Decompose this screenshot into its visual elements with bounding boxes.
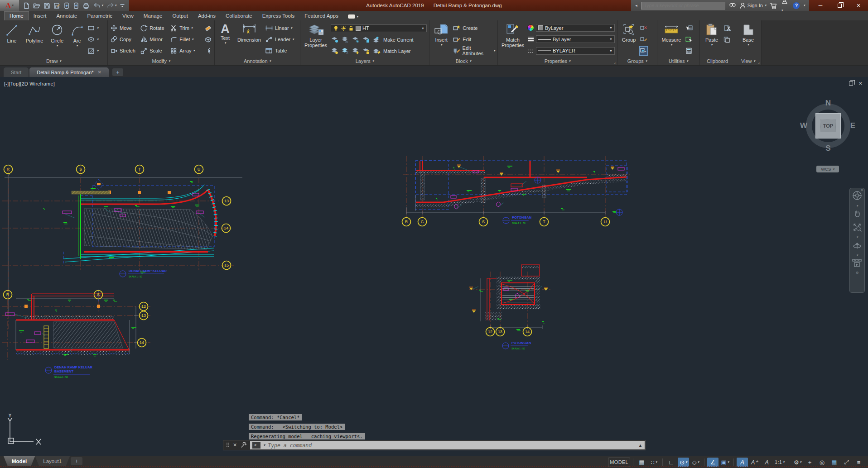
- linetype-combo[interactable]: BYLAYER▼: [536, 47, 615, 55]
- zoom-extents-icon[interactable]: [852, 222, 862, 234]
- create-block-tool[interactable]: Create: [453, 24, 495, 32]
- layer-lock-icon[interactable]: [362, 36, 371, 43]
- copy-tool[interactable]: Copy: [110, 35, 139, 43]
- mirror-tool[interactable]: Mirror: [140, 35, 169, 43]
- search-input[interactable]: [641, 2, 725, 10]
- panel-label-view[interactable]: View▾⌟: [735, 57, 761, 65]
- viewport-minimize-icon[interactable]: ─: [840, 81, 844, 86]
- redo-icon[interactable]: ▾: [106, 2, 117, 9]
- quick-calculator-tool[interactable]: [685, 35, 693, 43]
- ribbon-tab-add-ins[interactable]: Add-ins: [193, 12, 221, 20]
- help-dropdown-icon[interactable]: ▾: [803, 4, 805, 7]
- rectangle-tool[interactable]: ▾: [87, 24, 99, 32]
- navigation-wheel-icon[interactable]: [852, 190, 863, 203]
- plot-icon[interactable]: [82, 2, 90, 9]
- panel-label-properties[interactable]: Properties▾⌟: [498, 57, 617, 65]
- base-view-tool[interactable]: Base▾: [738, 22, 758, 57]
- make-current-icon[interactable]: [372, 36, 381, 43]
- layer-off-icon[interactable]: [331, 36, 339, 43]
- save-as-icon[interactable]: [53, 2, 60, 9]
- command-input[interactable]: >_ ▾ Type a command ▲: [250, 441, 645, 449]
- minimize-button[interactable]: ─: [811, 0, 830, 11]
- panel-label-draw[interactable]: Draw▾: [0, 57, 107, 65]
- viewcube-south[interactable]: S: [825, 144, 830, 153]
- wcs-dropdown[interactable]: WCS▾: [816, 166, 839, 172]
- ellipse-tool[interactable]: ▾: [87, 35, 99, 43]
- ribbon-tab-insert[interactable]: Insert: [29, 12, 52, 20]
- leader-tool[interactable]: Leader▾: [265, 35, 294, 43]
- edit-attributes-tool[interactable]: Edit Attributes▾: [453, 47, 495, 55]
- new-file-icon[interactable]: [23, 2, 30, 9]
- showmotion-icon[interactable]: [852, 258, 863, 269]
- panel-label-clipboard[interactable]: Clipboard: [700, 57, 735, 65]
- array-tool[interactable]: Array▾: [170, 47, 203, 55]
- panel-label-groups[interactable]: Groups▾: [617, 57, 657, 65]
- infocenter-collapse-icon[interactable]: ◂: [635, 3, 637, 8]
- ribbon-tab-manage[interactable]: Manage: [139, 12, 168, 20]
- save-to-mobile-icon[interactable]: [73, 2, 79, 9]
- command-customize-wrench-icon[interactable]: [240, 442, 246, 448]
- object-color-combo[interactable]: ByLayer▼: [536, 24, 615, 32]
- viewcube-east[interactable]: E: [850, 121, 855, 130]
- move-tool[interactable]: Move: [110, 24, 139, 32]
- circle-tool[interactable]: Circle▾: [48, 22, 67, 57]
- viewcube-west[interactable]: W: [800, 121, 807, 130]
- save-icon[interactable]: [43, 2, 50, 9]
- layer-isolate-icon[interactable]: [341, 36, 350, 43]
- ucs-icon[interactable]: Y: [4, 414, 49, 450]
- panel-label-utilities[interactable]: Utilities▾: [657, 57, 699, 65]
- orbit-icon[interactable]: [852, 240, 862, 252]
- viewcube-top-face[interactable]: TOP: [815, 113, 841, 138]
- command-recent-dropdown-icon[interactable]: ▾: [263, 443, 265, 447]
- explode-tool[interactable]: [204, 35, 212, 43]
- rotate-tool[interactable]: Rotate: [140, 24, 169, 32]
- new-drawing-tab-button[interactable]: +: [112, 68, 123, 76]
- layer-thaw-row-icon[interactable]: [352, 48, 360, 54]
- offset-tool[interactable]: [204, 47, 212, 55]
- layout1-tab[interactable]: Layout1: [35, 456, 70, 466]
- model-tab[interactable]: Model: [4, 456, 35, 466]
- lineweight-combo[interactable]: ByLayer▼: [536, 35, 615, 43]
- trim-tool[interactable]: Trim▾: [170, 24, 203, 32]
- match-layer-icon[interactable]: [372, 48, 381, 54]
- sign-in-button[interactable]: Sign In▾: [740, 2, 767, 9]
- ribbon-tab-view[interactable]: View: [117, 12, 139, 20]
- restore-button[interactable]: [830, 0, 849, 11]
- undo-icon[interactable]: ▾: [93, 2, 103, 9]
- new-layout-button[interactable]: +: [71, 457, 82, 465]
- scale-tool[interactable]: Scale: [140, 47, 169, 55]
- ribbon-tab-home[interactable]: Home: [5, 12, 29, 20]
- cut-clip-icon[interactable]: [723, 24, 731, 32]
- search-icon[interactable]: [729, 2, 736, 9]
- panel-label-block[interactable]: Block▾: [429, 57, 497, 65]
- ribbon-tab-output[interactable]: Output: [167, 12, 193, 20]
- navbar-customize-icon[interactable]: ⊖: [856, 271, 859, 275]
- layer-unlock-row-icon[interactable]: [362, 48, 371, 54]
- fillet-tool[interactable]: Fillet▾: [170, 35, 203, 43]
- quick-select-tool[interactable]: [685, 24, 693, 32]
- ribbon-tab-collaborate[interactable]: Collaborate: [221, 12, 257, 20]
- ribbon-tab-annotate[interactable]: Annotate: [51, 12, 82, 20]
- group-selection-toggle[interactable]: [640, 47, 647, 55]
- command-dock-grip[interactable]: [227, 443, 230, 448]
- erase-tool[interactable]: [204, 24, 212, 32]
- panel-label-annotation[interactable]: Annotation▾: [215, 57, 300, 65]
- file-tab-start[interactable]: Start: [4, 67, 29, 77]
- qat-customize-icon[interactable]: [120, 2, 125, 9]
- viewcube[interactable]: N S W E TOP: [802, 100, 854, 152]
- panel-label-modify[interactable]: Modify▾: [108, 57, 214, 65]
- ungroup-tool[interactable]: [640, 24, 647, 32]
- pan-icon[interactable]: [852, 209, 862, 221]
- autodesk-account-icon[interactable]: ▾: [781, 0, 789, 13]
- ribbon-tab-parametric[interactable]: Parametric: [82, 12, 118, 20]
- hatch-tool[interactable]: ▾: [87, 47, 99, 55]
- viewport-controls-label[interactable]: [-][Top][2D Wireframe]: [4, 81, 55, 86]
- layer-properties-button[interactable]: Layer Properties: [303, 22, 329, 57]
- edit-block-tool[interactable]: Edit: [453, 35, 495, 43]
- insert-block-tool[interactable]: Insert▾: [432, 22, 451, 57]
- layer-on-row-icon[interactable]: [331, 48, 339, 54]
- viewport-close-icon[interactable]: ✕: [858, 81, 863, 86]
- match-layer-label[interactable]: Match Layer: [383, 48, 411, 54]
- copy-clip-icon[interactable]: [723, 35, 731, 43]
- navbar-close-icon[interactable]: ✕: [860, 188, 863, 192]
